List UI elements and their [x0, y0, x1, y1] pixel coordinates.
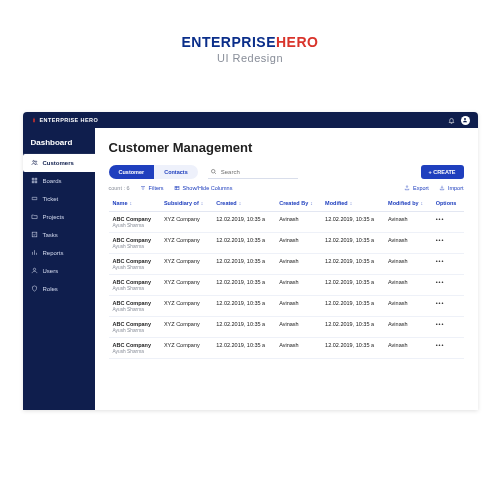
columns-button[interactable]: Show/Hide Columns [174, 185, 233, 191]
more-icon[interactable]: ••• [436, 237, 445, 243]
sidebar-item-label: Reports [43, 250, 64, 256]
sidebar-item-label: Customers [43, 160, 74, 166]
export-button[interactable]: Export [404, 185, 429, 191]
cell-created: 12.02.2019, 10:35 a [212, 233, 275, 254]
col-created-by[interactable]: Created By↕ [275, 195, 321, 212]
more-icon[interactable]: ••• [436, 216, 445, 222]
sidebar-item-boards[interactable]: Boards [23, 172, 95, 190]
app-window: ENTERPRISE HERO Dashboard CustomersBoard… [23, 112, 478, 410]
cell-options[interactable]: ••• [432, 338, 464, 359]
table-row[interactable]: ABC CompanyAyush SharmaXYZ Company12.02.… [109, 254, 464, 275]
cell-options[interactable]: ••• [432, 254, 464, 275]
hero-logo-red: HERO [276, 34, 318, 50]
cell-modified: 12.02.2019, 10:35 a [321, 296, 384, 317]
sidebar-item-label: Tasks [43, 232, 58, 238]
tab-customer[interactable]: Customer [109, 165, 155, 179]
table-header: Name↕Subsidiary of↕Created↕Created By↕Mo… [109, 195, 464, 212]
cell-created-by: Avinash [275, 296, 321, 317]
table-row[interactable]: ABC CompanyAyush SharmaXYZ Company12.02.… [109, 296, 464, 317]
svg-rect-6 [35, 181, 37, 183]
sidebar-item-users[interactable]: Users [23, 262, 95, 280]
table-row[interactable]: ABC CompanyAyush SharmaXYZ Company12.02.… [109, 338, 464, 359]
sidebar-item-customers[interactable]: Customers [23, 154, 96, 172]
cell-subsidiary: XYZ Company [160, 254, 212, 275]
main-content: Customer Management Customer Contacts + … [95, 128, 478, 410]
cell-created: 12.02.2019, 10:35 a [212, 296, 275, 317]
import-label: Import [448, 185, 464, 191]
ticket-icon [31, 195, 38, 203]
create-button[interactable]: + CREATE [421, 165, 464, 179]
hero-header: ENTERPRISEHERO UI Redesign [0, 0, 500, 82]
cell-modified: 12.02.2019, 10:35 a [321, 233, 384, 254]
topbar-brand[interactable]: ENTERPRISE HERO [31, 117, 99, 124]
svg-point-0 [464, 118, 466, 120]
cell-created-by: Avinash [275, 338, 321, 359]
cell-options[interactable]: ••• [432, 317, 464, 338]
more-icon[interactable]: ••• [436, 258, 445, 264]
sidebar-item-roles[interactable]: Roles [23, 280, 95, 298]
tab-contacts[interactable]: Contacts [154, 165, 198, 179]
cell-modified: 12.02.2019, 10:35 a [321, 275, 384, 296]
table-row[interactable]: ABC CompanyAyush SharmaXYZ Company12.02.… [109, 212, 464, 233]
col-subsidiary-of[interactable]: Subsidiary of↕ [160, 195, 212, 212]
cell-name: ABC CompanyAyush Sharma [109, 233, 160, 254]
cell-modified-by: Avinash [384, 212, 432, 233]
topbar: ENTERPRISE HERO [23, 112, 478, 128]
sidebar-item-projects[interactable]: Projects [23, 208, 95, 226]
svg-point-9 [211, 169, 215, 173]
col-created[interactable]: Created↕ [212, 195, 275, 212]
sidebar: Dashboard CustomersBoardsTicketProjectsT… [23, 128, 95, 410]
more-icon[interactable]: ••• [436, 300, 445, 306]
customers-table: Name↕Subsidiary of↕Created↕Created By↕Mo… [109, 195, 464, 359]
svg-rect-7 [32, 232, 37, 237]
sidebar-title: Dashboard [23, 132, 95, 154]
cell-subsidiary: XYZ Company [160, 296, 212, 317]
more-icon[interactable]: ••• [436, 279, 445, 285]
hero-logo-blue: ENTERPRISE [182, 34, 276, 50]
cell-name: ABC CompanyAyush Sharma [109, 338, 160, 359]
sidebar-item-tasks[interactable]: Tasks [23, 226, 95, 244]
cell-options[interactable]: ••• [432, 275, 464, 296]
cell-modified: 12.02.2019, 10:35 a [321, 317, 384, 338]
table-row[interactable]: ABC CompanyAyush SharmaXYZ Company12.02.… [109, 317, 464, 338]
svg-point-2 [35, 161, 36, 162]
cell-name: ABC CompanyAyush Sharma [109, 254, 160, 275]
table-row[interactable]: ABC CompanyAyush SharmaXYZ Company12.02.… [109, 233, 464, 254]
check-icon [31, 231, 38, 239]
cell-modified: 12.02.2019, 10:35 a [321, 338, 384, 359]
filters-label: Filters [149, 185, 164, 191]
export-label: Export [413, 185, 429, 191]
sidebar-item-reports[interactable]: Reports [23, 244, 95, 262]
cell-options[interactable]: ••• [432, 233, 464, 254]
col-options[interactable]: Options [432, 195, 464, 212]
col-modified-by[interactable]: Modified by↕ [384, 195, 432, 212]
sidebar-item-label: Ticket [43, 196, 59, 202]
sidebar-item-label: Roles [43, 286, 58, 292]
more-icon[interactable]: ••• [436, 342, 445, 348]
table-body: ABC CompanyAyush SharmaXYZ Company12.02.… [109, 212, 464, 359]
notifications-button[interactable] [448, 117, 455, 124]
sidebar-item-label: Boards [43, 178, 62, 184]
users-icon [31, 159, 38, 167]
filters-button[interactable]: Filters [140, 185, 164, 191]
sidebar-item-ticket[interactable]: Ticket [23, 190, 95, 208]
table-row[interactable]: ABC CompanyAyush SharmaXYZ Company12.02.… [109, 275, 464, 296]
hero-subtitle: UI Redesign [0, 52, 500, 64]
sidebar-item-label: Users [43, 268, 59, 274]
cell-options[interactable]: ••• [432, 212, 464, 233]
svg-rect-10 [175, 186, 179, 190]
cell-name: ABC CompanyAyush Sharma [109, 317, 160, 338]
search-icon [210, 168, 217, 176]
search-field[interactable] [208, 166, 298, 179]
subcontrols-row: count : 6 Filters Show/Hide Columns Expo… [109, 185, 464, 191]
search-input[interactable] [221, 169, 291, 175]
cell-modified: 12.02.2019, 10:35 a [321, 212, 384, 233]
more-icon[interactable]: ••• [436, 321, 445, 327]
profile-avatar[interactable] [461, 116, 470, 125]
cell-options[interactable]: ••• [432, 296, 464, 317]
col-modified[interactable]: Modified↕ [321, 195, 384, 212]
col-name[interactable]: Name↕ [109, 195, 160, 212]
import-button[interactable]: Import [439, 185, 464, 191]
cell-name: ABC CompanyAyush Sharma [109, 275, 160, 296]
page-title: Customer Management [109, 140, 464, 155]
